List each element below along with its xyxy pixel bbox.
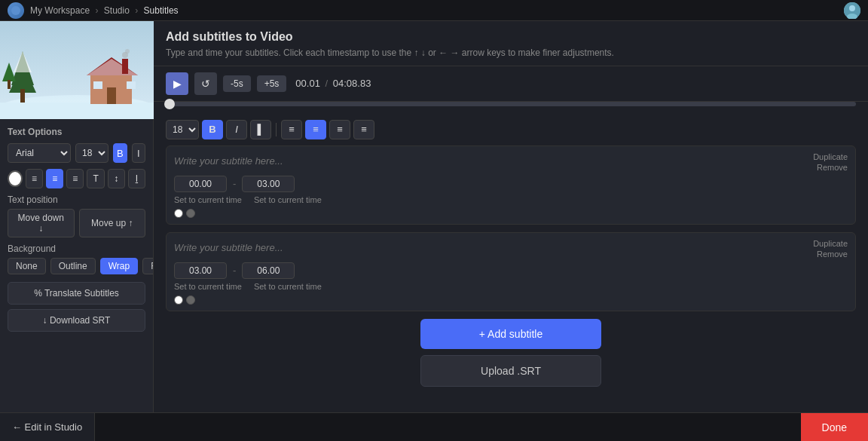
end-time-input-2[interactable] <box>242 262 295 279</box>
bottom-bar: ← Edit in Studio Done <box>0 412 868 441</box>
user-avatar[interactable] <box>844 2 860 19</box>
italic-button[interactable]: I <box>132 143 146 163</box>
bold-button[interactable]: B <box>113 143 127 163</box>
progress-bar-wrap <box>154 102 868 106</box>
format-color-btn[interactable]: ▌ <box>250 120 271 139</box>
format-align-left-btn[interactable]: ≡ <box>281 120 302 139</box>
background-label: Background <box>8 243 145 254</box>
background-row: None Outline Wrap Full <box>8 258 145 274</box>
main-layout: Text Options Arial Helvetica Georgia 18 … <box>0 21 868 412</box>
content-area: Add subtitles to Video Type and time you… <box>154 21 868 412</box>
start-time-input-1[interactable] <box>174 176 227 192</box>
bg-outline-btn[interactable]: Outline <box>50 258 96 274</box>
page-description: Type and time your subtitles. Click each… <box>166 47 856 60</box>
move-down-button[interactable]: Move down ↓ <box>8 209 75 237</box>
set-end-time-2[interactable]: Set to current time <box>254 282 322 291</box>
svg-rect-12 <box>8 80 11 89</box>
format-toolbar: 18 12 14 16 20 B I ▌ ≡ ≡ ≡ ≡ <box>166 117 856 145</box>
color-dots-2 <box>174 296 848 305</box>
card-actions-1: Duplicate Remove <box>813 152 848 172</box>
video-preview <box>0 21 154 119</box>
play-button[interactable]: ▶ <box>166 72 188 95</box>
set-end-time-1[interactable]: Set to current time <box>254 195 322 204</box>
color-picker[interactable] <box>8 170 23 187</box>
svg-point-21 <box>125 49 130 54</box>
svg-rect-6 <box>0 103 154 119</box>
upload-srt-button[interactable]: Upload .SRT <box>420 355 601 387</box>
back5-button[interactable]: -5s <box>223 75 251 92</box>
svg-rect-19 <box>122 59 128 74</box>
progress-thumb <box>164 99 175 109</box>
dot-white-1 <box>174 209 183 218</box>
bg-full-btn[interactable]: Full <box>142 258 153 274</box>
topbar: My Workspace › Studio › Subtitles <box>0 0 868 21</box>
format-divider <box>276 123 277 136</box>
video-controls: ▶ ↺ -5s +5s 00.01 / 04:08.83 <box>154 66 868 102</box>
svg-rect-18 <box>127 81 136 89</box>
remove-link-1[interactable]: Remove <box>817 163 848 172</box>
underline-btn[interactable]: I <box>128 169 145 188</box>
topbar-right <box>844 2 860 19</box>
current-time: 00.01 / 04:08.83 <box>295 78 371 89</box>
edit-in-studio-button[interactable]: ← Edit in Studio <box>0 413 95 441</box>
align-left-btn[interactable]: ≡ <box>26 169 43 188</box>
subtitle-card: Duplicate Remove - Set to current time S… <box>166 145 856 225</box>
subtitle-input-2[interactable] <box>174 239 848 259</box>
svg-point-2 <box>849 5 855 11</box>
format-size-select[interactable]: 18 12 14 16 20 <box>166 120 199 139</box>
current-page: Subtitles <box>144 5 179 16</box>
translate-subtitles-button[interactable]: % Translate Subtitles <box>8 282 145 305</box>
format-bold-btn[interactable]: B <box>202 120 223 139</box>
font-row: Arial Helvetica Georgia 18 12 14 16 20 2… <box>8 143 145 163</box>
position-row: Move down ↓ Move up ↑ <box>8 209 145 237</box>
bg-wrap-btn[interactable]: Wrap <box>100 258 138 274</box>
subtitle-card-2: Duplicate Remove - Set to current time S… <box>166 232 856 311</box>
subtitles-area: 18 12 14 16 20 B I ▌ ≡ ≡ ≡ ≡ Duplicate <box>154 111 868 412</box>
subtitle-input-1[interactable] <box>174 152 848 173</box>
format-align-right-btn[interactable]: ≡ <box>329 120 350 139</box>
content-header: Add subtitles to Video Type and time you… <box>154 21 868 66</box>
workspace-link[interactable]: My Workspace <box>30 5 90 16</box>
font-select[interactable]: Arial Helvetica Georgia <box>8 143 71 163</box>
svg-rect-9 <box>20 89 25 103</box>
align-right-btn[interactable]: ≡ <box>66 169 84 188</box>
duplicate-link-2[interactable]: Duplicate <box>813 239 848 248</box>
restart-button[interactable]: ↺ <box>194 72 217 95</box>
duplicate-link-1[interactable]: Duplicate <box>813 152 848 161</box>
subtitle-times-2: - <box>174 262 848 279</box>
svg-rect-17 <box>93 81 102 89</box>
download-srt-button[interactable]: ↓ Download SRT <box>8 309 145 332</box>
move-up-button[interactable]: Move up ↑ <box>79 209 146 237</box>
remove-link-2[interactable]: Remove <box>817 250 848 259</box>
format-align-center-btn[interactable]: ≡ <box>305 120 326 139</box>
preview-scene <box>0 21 154 119</box>
end-time-input-1[interactable] <box>242 176 295 192</box>
subtitle-times-1: - <box>174 176 848 192</box>
color-dots-1 <box>174 209 848 218</box>
text-style-btn[interactable]: T <box>87 169 104 188</box>
svg-point-0 <box>11 6 20 15</box>
align-row: ≡ ≡ ≡ T ↕ I <box>8 169 145 188</box>
breadcrumb: My Workspace › Studio › Subtitles <box>30 5 179 16</box>
done-button[interactable]: Done <box>801 413 868 441</box>
align-center-btn[interactable]: ≡ <box>46 169 63 188</box>
format-italic-btn[interactable]: I <box>226 120 247 139</box>
bg-none-btn[interactable]: None <box>8 258 46 274</box>
studio-link[interactable]: Studio <box>104 5 130 16</box>
set-start-time-2[interactable]: Set to current time <box>174 282 242 291</box>
format-more-btn[interactable]: ≡ <box>353 120 374 139</box>
sidebar: Text Options Arial Helvetica Georgia 18 … <box>0 21 154 412</box>
dot-gray-1 <box>186 209 195 218</box>
page-title: Add subtitles to Video <box>166 30 856 44</box>
start-time-input-2[interactable] <box>174 262 227 279</box>
dot-gray-2 <box>186 296 195 305</box>
progress-track[interactable] <box>166 102 856 106</box>
text-options-title: Text Options <box>8 127 145 137</box>
font-size-select[interactable]: 18 12 14 16 20 24 <box>75 143 108 163</box>
sidebar-options: Text Options Arial Helvetica Georgia 18 … <box>0 119 153 412</box>
spacing-btn[interactable]: ↕ <box>108 169 125 188</box>
forward5-button[interactable]: +5s <box>257 75 287 92</box>
set-start-time-1[interactable]: Set to current time <box>174 195 242 204</box>
card-actions-2: Duplicate Remove <box>813 239 848 259</box>
add-subtitle-button[interactable]: + Add subtitle <box>420 319 601 349</box>
